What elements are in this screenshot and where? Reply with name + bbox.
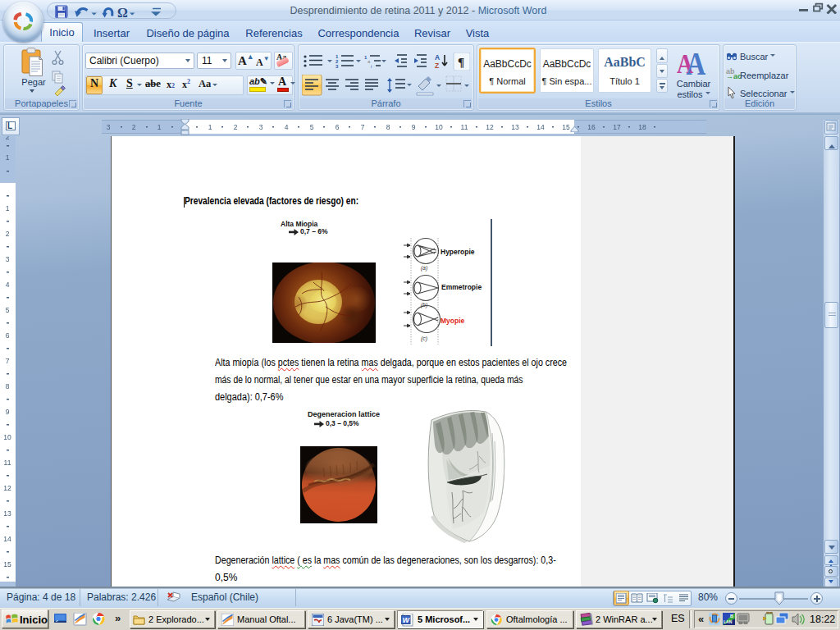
svg-text:A: A [435, 53, 440, 62]
svg-text:(b): (b) [421, 302, 428, 308]
svg-text:(c): (c) [421, 336, 427, 342]
svg-text:B: B [730, 614, 733, 619]
svg-text:Ω: Ω [117, 6, 128, 20]
svg-text:Z: Z [435, 62, 439, 70]
svg-text:i: i [371, 64, 372, 69]
svg-text:A: A [686, 48, 705, 77]
svg-text:¶: ¶ [458, 56, 464, 69]
svg-text:LAN: LAN [724, 619, 733, 624]
svg-text:(a): (a) [421, 265, 428, 272]
svg-text:3: 3 [336, 64, 339, 69]
